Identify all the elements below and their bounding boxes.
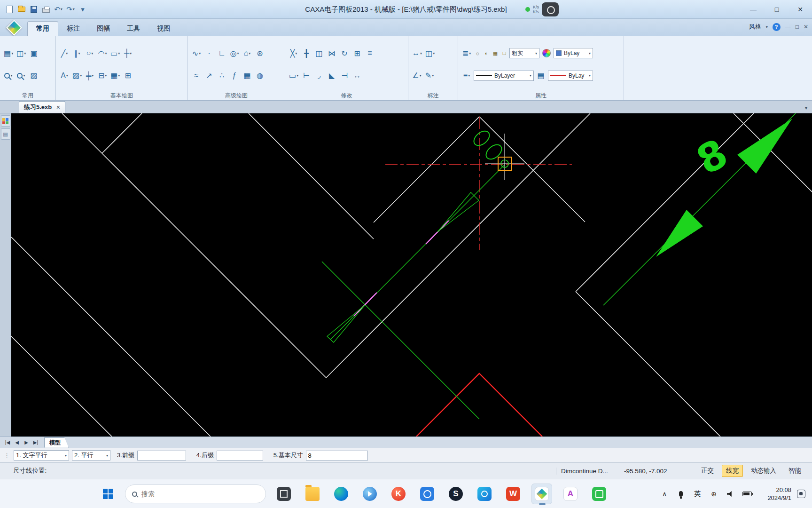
taskbar-search-app[interactable] [474, 484, 495, 504]
undo-button[interactable]: ↶▾ [53, 3, 64, 16]
dropdown-arrow-icon[interactable]: ▾ [105, 73, 107, 78]
ole-object-icon[interactable]: ▣ [28, 47, 39, 60]
polygon-icon[interactable]: ⌂▾ [242, 47, 253, 60]
white-geometry[interactable] [11, 113, 812, 437]
center-lines[interactable] [385, 117, 572, 250]
document-tab[interactable]: 练习5.exb ✕ [19, 101, 65, 113]
dropdown-arrow-icon[interactable]: ▾ [249, 51, 250, 56]
volume-icon[interactable] [726, 491, 734, 497]
dropdown-arrow-icon[interactable]: ▾ [130, 51, 132, 56]
edit-dim-icon[interactable]: ✎▾ [424, 69, 435, 82]
dropdown-arrow-icon[interactable]: ▾ [297, 73, 298, 78]
spacing-icon[interactable]: ╪▾ [84, 69, 95, 82]
break-icon[interactable]: ⊣ [339, 69, 350, 82]
close-button[interactable]: ✕ [789, 0, 812, 19]
layer-visible-icon[interactable]: ☼ [474, 49, 481, 57]
copy-icon[interactable]: ◫▾ [16, 47, 27, 60]
taskbar-app-s[interactable]: S [445, 484, 466, 504]
format-painter-icon[interactable]: ▨ [28, 69, 39, 82]
dropdown-arrow-icon[interactable]: ▾ [23, 73, 25, 78]
start-button[interactable] [99, 484, 117, 503]
taskbar-app-k[interactable]: K [388, 484, 409, 504]
file-explorer-icon[interactable] [302, 484, 323, 504]
mirror-icon[interactable]: ⋈ [326, 47, 337, 60]
dropdown-arrow-icon[interactable]: ▾ [78, 51, 80, 56]
wave-line-icon[interactable]: ≈ [191, 69, 202, 82]
red-chevron-line[interactable] [416, 373, 542, 437]
tab-annotate[interactable]: 标注 [58, 22, 88, 36]
first-sheet-button[interactable]: |◀ [3, 438, 12, 447]
app-logo-icon[interactable] [4, 19, 24, 36]
minimize-button[interactable]: — [742, 0, 765, 19]
chevron-down-icon[interactable]: ▾ [106, 453, 108, 458]
tab-list-dropdown-icon[interactable]: ▾ [805, 105, 807, 111]
next-sheet-button[interactable]: ▶ [22, 438, 31, 447]
lineweight-icon[interactable]: ▤ [535, 69, 547, 82]
dropdown-arrow-icon[interactable]: ▾ [535, 51, 537, 56]
maximize-button[interactable]: □ [765, 0, 789, 19]
grip-icon[interactable]: ⋮ [4, 452, 10, 459]
tab-view[interactable]: 视图 [148, 22, 179, 36]
pan-icon[interactable]: ▾ [16, 69, 27, 82]
dropdown-arrow-icon[interactable]: ▾ [105, 51, 107, 56]
library-panel-tab[interactable]: ▤ [1, 128, 10, 140]
close-doc-button[interactable]: ✕ [804, 24, 808, 30]
dropdown-arrow-icon[interactable]: ▾ [420, 73, 422, 78]
grid-icon[interactable]: ▦▾ [109, 69, 121, 82]
last-sheet-button[interactable]: ▶| [31, 438, 40, 447]
arrow-icon[interactable]: ↗ [203, 69, 215, 82]
tab-sheet[interactable]: 图幅 [88, 22, 118, 36]
text-parallel-select[interactable]: 1. 文字平行 ▾ [14, 450, 69, 460]
tab-common[interactable]: 常用 [27, 21, 58, 36]
help-icon[interactable]: ? [773, 23, 781, 31]
angle-line-icon[interactable]: ∟ [216, 47, 227, 60]
scatter-icon[interactable]: ∴ [216, 69, 227, 82]
lineweight-toggle[interactable]: 线宽 [722, 465, 743, 477]
table-icon[interactable]: ⊞ [122, 69, 133, 82]
dropdown-arrow-icon[interactable]: ▾ [199, 51, 201, 56]
dimension-icon[interactable]: ↔▾ [411, 47, 423, 60]
taskbar-search[interactable] [125, 484, 266, 503]
dynamic-input-toggle[interactable]: 动态输入 [747, 465, 781, 477]
network-icon[interactable]: ⊕ [710, 490, 718, 498]
microphone-icon[interactable] [677, 491, 685, 497]
tray-expand-icon[interactable]: ∧ [660, 490, 669, 498]
move-icon[interactable]: ╋ [301, 47, 312, 60]
layer-lock-icon[interactable]: ▦ [492, 49, 499, 57]
caxa-app-icon[interactable] [531, 484, 552, 504]
spline-icon[interactable]: ∿▾ [191, 47, 202, 60]
taskbar-app-bluebox[interactable] [417, 484, 437, 504]
text-icon[interactable]: A▾ [59, 69, 70, 82]
offset-icon[interactable]: ≡ [364, 47, 375, 60]
paste-icon[interactable]: ▤▾ [3, 47, 14, 60]
save-button[interactable] [28, 3, 39, 16]
dropdown-arrow-icon[interactable]: ▾ [10, 73, 12, 78]
canvas-area[interactable]: 8 [11, 113, 812, 437]
arc-icon[interactable]: ◠▾ [97, 47, 108, 60]
redo-button[interactable]: ↷▾ [65, 3, 76, 16]
dropdown-arrow-icon[interactable]: ▾ [92, 73, 94, 78]
fillet-icon[interactable]: ◞ [313, 69, 325, 82]
basic-size-input[interactable] [306, 451, 368, 460]
layer-settings-icon[interactable]: ≣▾ [461, 47, 472, 60]
ellipse-icon[interactable]: ◎▾ [229, 47, 240, 60]
center-line-icon[interactable]: ┼▾ [122, 47, 133, 60]
battery-icon[interactable] [742, 492, 752, 496]
extend-icon[interactable]: ⊢ [301, 69, 312, 82]
stretch-icon[interactable]: ↔ [351, 69, 363, 82]
layer-frame-icon[interactable]: □ [500, 49, 508, 57]
chevron-down-icon[interactable]: ▾ [766, 25, 768, 29]
tab-tools[interactable]: 工具 [118, 22, 148, 36]
image-icon[interactable]: ◍ [254, 69, 265, 82]
block-icon[interactable]: ⊟▾ [97, 69, 108, 82]
print-button[interactable] [40, 3, 52, 16]
taskbar-clock[interactable]: 20:08 2024/9/1 [767, 479, 791, 508]
rotate-icon[interactable]: ↻ [339, 47, 350, 60]
dropdown-arrow-icon[interactable]: ▾ [589, 73, 591, 78]
sheet-icon[interactable]: ▦ [242, 69, 253, 82]
dropdown-arrow-icon[interactable]: ▾ [73, 7, 75, 11]
dropdown-arrow-icon[interactable]: ▾ [66, 51, 68, 56]
palette-panel-tab[interactable] [1, 115, 10, 127]
zoom-icon[interactable]: ▾ [3, 69, 14, 82]
line-icon[interactable]: ╱▾ [59, 47, 70, 60]
